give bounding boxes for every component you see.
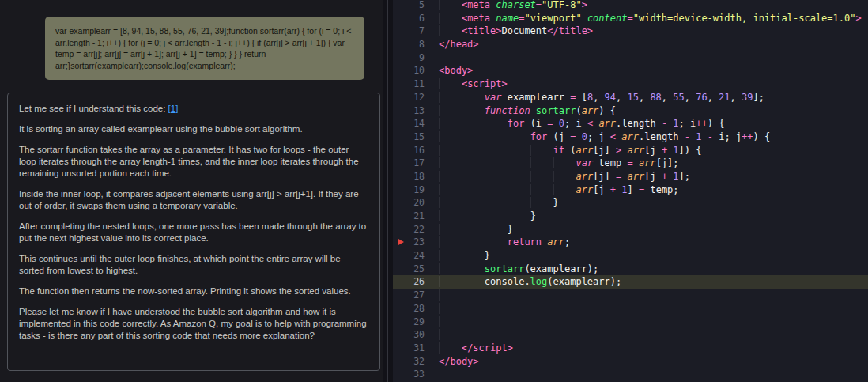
line-number[interactable]: 10: [393, 64, 439, 78]
line-number[interactable]: 28: [393, 302, 439, 316]
editor-line[interactable]: 31 </script>: [393, 342, 868, 355]
line-number[interactable]: 13: [393, 104, 439, 118]
line-number[interactable]: 21: [393, 210, 439, 223]
line-number[interactable]: 29: [393, 316, 439, 329]
code-text[interactable]: [439, 51, 868, 65]
editor-line[interactable]: 10<body>: [393, 64, 868, 78]
code-text[interactable]: [439, 302, 868, 316]
line-number[interactable]: 32: [393, 355, 439, 369]
line-number[interactable]: 7: [393, 25, 439, 38]
code-text[interactable]: </body>: [439, 355, 868, 369]
line-number[interactable]: 18: [393, 170, 439, 183]
code-text[interactable]: console.log(examplearr);: [439, 275, 868, 289]
editor-line[interactable]: 28: [393, 302, 868, 316]
code-text[interactable]: <title>Document</title>: [439, 25, 868, 38]
editor-lines: 5 <meta charset="UTF-8">6 <meta name="vi…: [393, 0, 868, 381]
line-number[interactable]: 27: [393, 289, 439, 302]
line-number[interactable]: 8: [393, 38, 439, 51]
code-text[interactable]: <meta charset="UTF-8">: [439, 0, 868, 12]
line-number[interactable]: 31: [393, 342, 439, 355]
line-number[interactable]: 20: [393, 196, 439, 210]
code-text[interactable]: [439, 316, 868, 329]
code-text[interactable]: var temp = arr[j];: [439, 157, 868, 170]
code-text[interactable]: }: [439, 210, 868, 223]
code-text[interactable]: <meta name="viewport" content="width=dev…: [439, 12, 868, 25]
editor-line[interactable]: 23 return arr;: [393, 236, 868, 249]
code-text[interactable]: [439, 328, 868, 342]
code-editor[interactable]: 5 <meta charset="UTF-8">6 <meta name="vi…: [393, 0, 868, 382]
code-text[interactable]: [439, 368, 868, 381]
editor-line[interactable]: 25 sortarr(examplearr);: [393, 263, 868, 276]
line-number[interactable]: 23: [393, 236, 439, 249]
line-number[interactable]: 19: [393, 183, 439, 197]
editor-line[interactable]: 16 if (arr[j] > arr[j + 1]) {: [393, 144, 868, 157]
editor-line[interactable]: 5 <meta charset="UTF-8">: [393, 0, 868, 12]
panel-divider-sash[interactable]: [383, 0, 393, 382]
code-text[interactable]: for (i = 0; i < arr.length - 1; i++) {: [439, 117, 868, 130]
code-text[interactable]: arr[j + 1] = temp;: [439, 183, 868, 197]
line-number[interactable]: 15: [393, 130, 439, 144]
editor-line[interactable]: 21 }: [393, 210, 868, 223]
editor-line[interactable]: 33: [393, 368, 868, 381]
code-text[interactable]: </head>: [439, 38, 868, 51]
code-text[interactable]: sortarr(examplearr);: [439, 263, 868, 276]
line-number[interactable]: 17: [393, 157, 439, 170]
app-window: var examplearr = [8, 94, 15, 88, 55, 76,…: [0, 0, 868, 382]
editor-line[interactable]: 24 }: [393, 249, 868, 263]
editor-line[interactable]: 22 }: [393, 223, 868, 236]
line-number[interactable]: 6: [393, 12, 439, 25]
code-text[interactable]: </script>: [439, 342, 868, 355]
response-paragraph: The function then returns the now-sorted…: [19, 286, 367, 297]
response-paragraph: This continues until the outer loop fini…: [19, 253, 367, 277]
chat-panel: var examplearr = [8, 94, 15, 88, 55, 76,…: [0, 0, 383, 382]
response-paragraph: It is sorting an array called examplearr…: [19, 123, 367, 135]
breakpoint-icon[interactable]: [398, 239, 404, 245]
code-text[interactable]: if (arr[j] > arr[j + 1]) {: [439, 144, 868, 157]
editor-line[interactable]: 17 var temp = arr[j];: [393, 157, 868, 170]
editor-line[interactable]: 29: [393, 316, 868, 329]
editor-line[interactable]: 7 <title>Document</title>: [393, 25, 868, 38]
code-text[interactable]: }: [439, 249, 868, 263]
user-message-bubble: var examplearr = [8, 94, 15, 88, 55, 76,…: [45, 17, 364, 80]
editor-line[interactable]: 30: [393, 328, 868, 342]
editor-line[interactable]: 9: [393, 51, 868, 65]
line-number[interactable]: 22: [393, 223, 439, 236]
editor-line[interactable]: 15 for (j = 0; j < arr.length - 1 - i; j…: [393, 130, 868, 144]
code-text[interactable]: arr[j] = arr[j + 1];: [439, 170, 868, 183]
assistant-response-card: Let me see if I understand this code: [1…: [7, 93, 380, 371]
editor-line[interactable]: 27: [393, 289, 868, 302]
editor-line[interactable]: 11 <script>: [393, 78, 868, 91]
user-message-text: var examplearr = [8, 94, 15, 88, 55, 76,…: [55, 26, 351, 70]
line-number[interactable]: 16: [393, 144, 439, 157]
code-text[interactable]: <body>: [439, 64, 868, 78]
line-number[interactable]: 33: [393, 368, 439, 381]
editor-line[interactable]: 14 for (i = 0; i < arr.length - 1; i++) …: [393, 117, 868, 130]
editor-line[interactable]: 12 var examplearr = [8, 94, 15, 88, 55, …: [393, 91, 868, 104]
code-text[interactable]: return arr;: [439, 236, 868, 249]
code-text[interactable]: function sortarr(arr) {: [439, 104, 868, 118]
line-number[interactable]: 30: [393, 328, 439, 342]
editor-line[interactable]: 26 console.log(examplearr);: [393, 275, 868, 289]
line-number[interactable]: 14: [393, 117, 439, 130]
editor-line[interactable]: 32</body>: [393, 355, 868, 369]
code-text[interactable]: for (j = 0; j < arr.length - 1 - i; j++)…: [439, 130, 868, 144]
editor-line[interactable]: 19 arr[j + 1] = temp;: [393, 183, 868, 197]
line-number[interactable]: 26: [393, 275, 439, 289]
line-number[interactable]: 5: [393, 0, 439, 12]
code-text[interactable]: var examplearr = [8, 94, 15, 88, 55, 76,…: [439, 91, 868, 104]
code-text[interactable]: <script>: [439, 78, 868, 91]
editor-line[interactable]: 18 arr[j] = arr[j + 1];: [393, 170, 868, 183]
editor-line[interactable]: 20 }: [393, 196, 868, 210]
editor-line[interactable]: 8</head>: [393, 38, 868, 51]
line-number[interactable]: 9: [393, 51, 439, 65]
editor-line[interactable]: 6 <meta name="viewport" content="width=d…: [393, 12, 868, 25]
code-text[interactable]: }: [439, 223, 868, 236]
citation-link[interactable]: [1]: [168, 104, 179, 113]
line-number[interactable]: 25: [393, 263, 439, 276]
line-number[interactable]: 12: [393, 91, 439, 104]
line-number[interactable]: 11: [393, 78, 439, 91]
line-number[interactable]: 24: [393, 249, 439, 263]
code-text[interactable]: }: [439, 196, 868, 210]
editor-line[interactable]: 13 function sortarr(arr) {: [393, 104, 868, 118]
code-text[interactable]: [439, 289, 868, 302]
